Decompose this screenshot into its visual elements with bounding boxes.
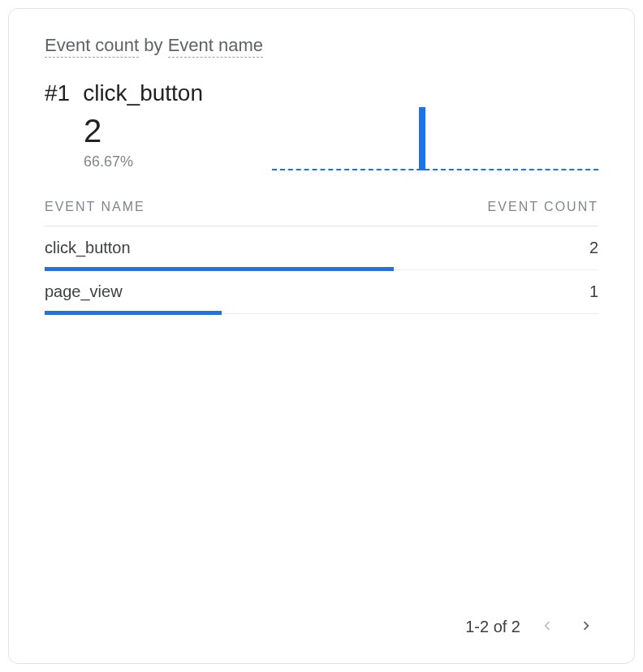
card-title: Event count by Event name <box>45 35 598 56</box>
dimension-label[interactable]: Event name <box>168 35 263 58</box>
top-event-name: click_button <box>83 80 203 106</box>
top-event-summary: #1 click_button 2 66.67% <box>45 80 598 170</box>
row-event-name: page_view <box>45 282 123 301</box>
column-header-name: EVENT NAME <box>45 200 145 214</box>
row-event-name: click_button <box>45 239 131 257</box>
prev-page-button[interactable] <box>535 614 559 640</box>
row-event-count: 1 <box>589 282 598 301</box>
metric-label[interactable]: Event count <box>45 35 139 58</box>
sparkline-chart <box>272 106 598 170</box>
column-header-count: EVENT COUNT <box>488 200 598 214</box>
pagination-range: 1-2 of 2 <box>465 618 520 636</box>
chevron-left-icon <box>538 617 556 637</box>
top-event-info: #1 click_button 2 66.67% <box>45 80 272 170</box>
sparkline-bar <box>419 107 425 170</box>
top-event-percent: 66.67% <box>84 153 272 170</box>
top-event-count: 2 <box>84 114 272 147</box>
event-count-card: Event count by Event name #1 click_butto… <box>8 8 635 664</box>
chevron-right-icon <box>577 617 595 637</box>
next-page-button[interactable] <box>574 614 598 640</box>
table-body: click_button2page_view1 <box>45 226 598 314</box>
event-table: EVENT NAME EVENT COUNT click_button2page… <box>45 200 598 314</box>
table-row[interactable]: click_button2 <box>45 226 598 270</box>
top-event-rank: #1 <box>45 80 70 106</box>
table-header: EVENT NAME EVENT COUNT <box>45 200 598 226</box>
sparkline-baseline <box>272 169 598 170</box>
row-bar <box>45 311 222 315</box>
table-row[interactable]: page_view1 <box>45 270 598 314</box>
row-event-count: 2 <box>589 239 598 257</box>
pagination: 1-2 of 2 <box>45 614 598 640</box>
